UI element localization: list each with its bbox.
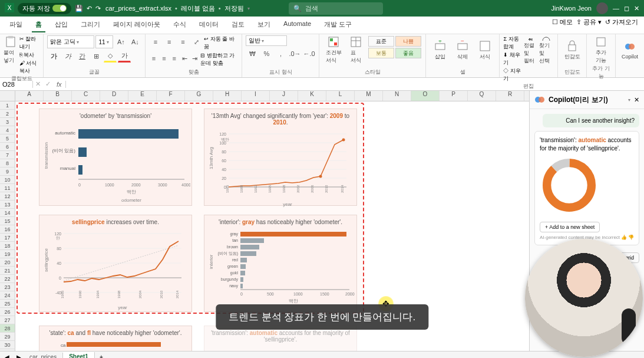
- copilot-more-icon[interactable]: ▾: [628, 97, 630, 103]
- row-header[interactable]: 26: [0, 308, 15, 316]
- number-format-select[interactable]: 일반▾: [246, 35, 287, 46]
- add-to-sheet-button[interactable]: + Add to a new sheet: [540, 222, 600, 232]
- sheet-tab-carprices[interactable]: car_prices: [24, 353, 63, 358]
- minimize-icon[interactable]: —: [613, 5, 619, 12]
- thumbs-down-icon[interactable]: 👎: [628, 235, 634, 240]
- row-header[interactable]: 14: [0, 209, 15, 217]
- style-bad[interactable]: 나쁨: [395, 36, 421, 47]
- chart-interior-odometer[interactable]: 'interior': gray has noticeably higher '…: [204, 215, 357, 312]
- chart-odometer-by-transmission[interactable]: 'odometer' by 'transmission' transmissio…: [39, 109, 192, 206]
- fill-color-button[interactable]: ◇: [104, 50, 117, 63]
- percent-icon[interactable]: %: [260, 47, 273, 60]
- row-header[interactable]: 3: [0, 118, 15, 126]
- copilot-close-icon[interactable]: ✕: [634, 96, 639, 104]
- sheet-nav-next-icon[interactable]: ▶: [14, 354, 24, 358]
- cut-button[interactable]: ✂ 잘라내기: [19, 35, 40, 51]
- row-header[interactable]: 19: [0, 250, 15, 258]
- copilot-button[interactable]: Copilot: [619, 35, 640, 65]
- align-right-icon[interactable]: ≡: [170, 52, 179, 65]
- row-header[interactable]: 6: [0, 143, 15, 151]
- enter-formula-icon[interactable]: ✓: [43, 80, 53, 88]
- row-header[interactable]: 28: [0, 324, 15, 333]
- bold-button[interactable]: 가: [47, 50, 60, 63]
- history-button[interactable]: ↺ 가져오기: [605, 18, 638, 32]
- maximize-icon[interactable]: ◻: [624, 5, 629, 12]
- fill-button[interactable]: ⬇ 채우기: [503, 51, 522, 67]
- row-header[interactable]: 22: [0, 275, 15, 283]
- copy-button[interactable]: ⎘ 복사: [19, 51, 40, 59]
- conditional-format-button[interactable]: 조건부 서식: [323, 35, 344, 65]
- share-button[interactable]: ⇪ 공유 ▾: [576, 18, 602, 32]
- select-all-corner[interactable]: [0, 91, 15, 101]
- add-sheet-button[interactable]: +: [95, 354, 108, 358]
- row-header[interactable]: 12: [0, 192, 15, 201]
- row-header[interactable]: 15: [0, 217, 15, 225]
- align-bottom-icon[interactable]: ≡: [177, 35, 189, 48]
- row-header[interactable]: 31: [0, 349, 15, 351]
- insert-cells-button[interactable]: +삽입: [430, 35, 451, 65]
- font-grow-icon[interactable]: A↑: [114, 35, 127, 48]
- name-box[interactable]: O28: [0, 81, 33, 88]
- row-header[interactable]: 21: [0, 267, 15, 275]
- font-family-select[interactable]: 맑은 고딕▾: [47, 35, 94, 48]
- align-top-icon[interactable]: ≡: [149, 35, 161, 48]
- cancel-formula-icon[interactable]: ✕: [33, 80, 43, 88]
- row-header[interactable]: 27: [0, 316, 15, 324]
- row-header[interactable]: 4: [0, 126, 15, 134]
- row-header[interactable]: 16: [0, 225, 15, 234]
- autosum-button[interactable]: Σ 자동 합계: [503, 35, 522, 51]
- tab-formulas[interactable]: 수식: [170, 18, 190, 32]
- clear-button[interactable]: ◇ 지우기: [503, 67, 522, 83]
- format-painter-button[interactable]: 🖌 서식 복사: [19, 60, 40, 75]
- underline-button[interactable]: 간: [75, 50, 88, 63]
- row-header[interactable]: 1: [0, 101, 15, 110]
- indent-increase-icon[interactable]: ⇥: [190, 52, 199, 65]
- orientation-icon[interactable]: ⤢: [190, 35, 203, 48]
- format-cells-button[interactable]: 서식: [474, 35, 496, 65]
- decimal-inc-icon[interactable]: .0→: [288, 47, 301, 60]
- row-header[interactable]: 2: [0, 110, 15, 118]
- avatar-icon[interactable]: [596, 2, 608, 14]
- sort-filter-button[interactable]: ⇅정렬 및 필터: [524, 35, 539, 65]
- save-icon[interactable]: 💾: [75, 5, 83, 12]
- row-header[interactable]: 17: [0, 234, 15, 242]
- chart-sellingprice-trend[interactable]: sellingprice increases over time. sellin…: [39, 215, 192, 312]
- tab-draw[interactable]: 그리기: [77, 18, 104, 32]
- row-header[interactable]: 10: [0, 176, 15, 184]
- row-header[interactable]: 24: [0, 291, 15, 300]
- close-icon[interactable]: ✕: [634, 5, 639, 12]
- font-size-select[interactable]: 11▾: [95, 35, 113, 48]
- row-header[interactable]: 20: [0, 258, 15, 267]
- decimal-dec-icon[interactable]: ←.0: [302, 47, 315, 60]
- italic-button[interactable]: 가: [61, 50, 74, 63]
- tab-developer[interactable]: 개발 도구: [321, 18, 355, 32]
- tab-file[interactable]: 파일: [6, 18, 26, 32]
- font-color-button[interactable]: 가: [118, 50, 131, 63]
- merge-center-button[interactable]: ⊟ 병합하고 가운데 맞춤: [200, 52, 238, 67]
- autosave-toggle[interactable]: 자동 저장: [18, 3, 71, 14]
- tab-view[interactable]: 보기: [254, 18, 274, 32]
- thumbs-up-icon[interactable]: 👍: [621, 235, 627, 240]
- filename[interactable]: car_prices_extract.xlsx: [105, 5, 171, 12]
- delete-cells-button[interactable]: −삭제: [452, 35, 473, 65]
- fx-icon[interactable]: fx: [53, 81, 66, 88]
- align-left-icon[interactable]: ≡: [149, 52, 158, 65]
- tab-insert[interactable]: 삽입: [51, 18, 71, 32]
- chart-13mth-avg[interactable]: '13mth Avg' changed significantly from '…: [204, 109, 357, 206]
- username[interactable]: JinKwon Jeon: [551, 5, 592, 12]
- style-good[interactable]: 좋음: [395, 48, 421, 58]
- indent-decrease-icon[interactable]: ⇤: [180, 52, 189, 65]
- row-header[interactable]: 29: [0, 333, 15, 341]
- undo-icon[interactable]: ↶: [87, 5, 92, 12]
- sheet-tab-sheet1[interactable]: Sheet1: [63, 352, 95, 358]
- tab-review[interactable]: 검토: [228, 18, 248, 32]
- row-header[interactable]: 18: [0, 242, 15, 250]
- tab-home[interactable]: 홈: [32, 18, 45, 32]
- comments-button[interactable]: ☐ 메모: [552, 18, 573, 32]
- row-header[interactable]: 5: [0, 134, 15, 143]
- font-shrink-icon[interactable]: A↓: [128, 35, 141, 48]
- wrap-text-button[interactable]: ↩ 자동 줄 바꿈: [204, 35, 238, 51]
- search-input[interactable]: 🔍 검색: [289, 2, 383, 15]
- addins-button[interactable]: 추가 기능: [590, 35, 612, 65]
- tab-automate[interactable]: Automate: [280, 18, 315, 32]
